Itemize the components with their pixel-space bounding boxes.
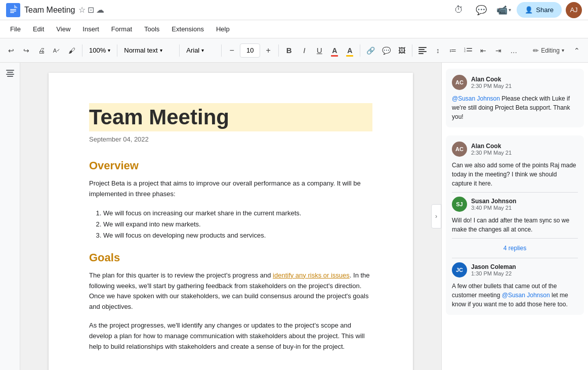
- comment-body-2: Can we also add some of the points Raj m…: [452, 161, 578, 188]
- star-icon[interactable]: ☆: [78, 5, 86, 15]
- zoom-selector[interactable]: 100% ▾: [86, 42, 114, 59]
- redo-button[interactable]: ↪: [19, 42, 33, 59]
- share-button[interactable]: 👤 Share: [517, 2, 562, 18]
- comment-author-1: Alan Cook: [471, 76, 512, 83]
- outline-icon[interactable]: [4, 67, 17, 81]
- reply-mention-jason[interactable]: @Susan Johnson: [502, 292, 550, 299]
- text-color-button[interactable]: A: [327, 42, 342, 59]
- menu-help[interactable]: Help: [210, 23, 236, 35]
- svg-rect-2: [10, 11, 16, 12]
- menu-insert[interactable]: Insert: [76, 23, 105, 35]
- video-call-button[interactable]: 📹▾: [494, 1, 513, 19]
- goals-body-2: As the project progresses, we'll identif…: [89, 320, 372, 352]
- svg-rect-14: [6, 74, 14, 75]
- document-heading-title: Team Meeting: [89, 103, 372, 131]
- overview-heading: Overview: [89, 159, 372, 172]
- list-button[interactable]: ≔: [446, 42, 460, 59]
- paragraph-dropdown-icon: ▾: [160, 48, 162, 53]
- svg-rect-5: [418, 49, 425, 50]
- document-title[interactable]: Team Meeting: [24, 6, 75, 15]
- comment-divider-3: [452, 258, 578, 258]
- font-size-input[interactable]: 10: [240, 43, 260, 58]
- expand-button[interactable]: ⌃: [570, 42, 584, 59]
- zoom-dropdown-icon: ▾: [108, 48, 110, 53]
- increase-font-button[interactable]: +: [261, 42, 275, 59]
- highlight-button[interactable]: A: [343, 42, 357, 59]
- comment-button[interactable]: 💬: [379, 42, 394, 59]
- goals-text-pre: The plan for this quarter is to review t…: [89, 271, 273, 279]
- menu-edit[interactable]: Edit: [27, 23, 50, 35]
- spell-check-button[interactable]: A✓: [50, 42, 64, 59]
- underline-button[interactable]: U: [312, 42, 326, 59]
- replies-count[interactable]: 4 replies: [452, 243, 578, 254]
- history-button[interactable]: ⏱: [450, 1, 468, 19]
- reply-time-jason: 1:30 PM May 22: [471, 270, 516, 276]
- edit-mode-button[interactable]: ✏ Editing ▾: [528, 42, 569, 59]
- goals-heading: Goals: [89, 251, 372, 264]
- svg-rect-4: [418, 47, 427, 48]
- menu-extensions[interactable]: Extensions: [165, 23, 210, 35]
- menu-file[interactable]: File: [4, 23, 27, 35]
- header-actions: ⏱ 💬 📹▾ 👤 Share AJ: [450, 1, 582, 19]
- comments-button[interactable]: 💬: [472, 1, 490, 19]
- numbered-list-button[interactable]: 1. 2.: [461, 42, 475, 59]
- reply-body-susan: Will do! I can add after the team sync s…: [452, 216, 578, 234]
- main-layout: Team Meeting September 04, 2022 Overview…: [0, 63, 588, 370]
- goals-body-1: The plan for this quarter is to review t…: [89, 270, 372, 312]
- list-item: We will focus on increasing our market s…: [103, 208, 372, 219]
- svg-rect-1: [10, 9, 16, 10]
- menu-format[interactable]: Format: [105, 23, 138, 35]
- toolbar-divider-5: [278, 44, 279, 57]
- decrease-font-button[interactable]: −: [225, 42, 239, 59]
- overview-body: Project Beta is a project that aims to i…: [89, 178, 372, 200]
- image-button[interactable]: 🖼: [395, 42, 409, 59]
- move-icon[interactable]: ⊡: [88, 5, 94, 15]
- editing-dropdown-icon: ▾: [562, 48, 564, 53]
- svg-rect-0: [9, 5, 18, 16]
- reply-avatar-jason: JC: [452, 262, 467, 278]
- document-area: Team Meeting September 04, 2022 Overview…: [20, 63, 441, 370]
- svg-rect-9: [467, 48, 472, 49]
- indent-decrease-button[interactable]: ⇤: [476, 42, 490, 59]
- indent-increase-button[interactable]: ⇥: [491, 42, 506, 59]
- title-bar: Team Meeting ☆ ⊡ ☁ ⏱ 💬 📹▾ 👤 Share AJ: [0, 0, 588, 20]
- comment-divider-1: [452, 192, 578, 193]
- comment-card-1: AC Alan Cook 2:30 PM May 21 @Susan Johns…: [446, 69, 584, 127]
- comment-header-2: AC Alan Cook 2:30 PM May 21: [452, 142, 578, 157]
- menu-tools[interactable]: Tools: [138, 23, 165, 35]
- collapse-panel-button[interactable]: ›: [431, 204, 441, 228]
- bold-button[interactable]: B: [282, 42, 296, 59]
- svg-rect-6: [418, 51, 427, 52]
- italic-button[interactable]: I: [297, 42, 311, 59]
- reply-avatar-susan: SJ: [452, 197, 467, 212]
- share-icon: 👤: [525, 6, 533, 14]
- font-family-selector[interactable]: Arial ▾: [183, 42, 218, 59]
- comment-panel: AC Alan Cook 2:30 PM May 21 @Susan Johns…: [441, 63, 588, 370]
- cloud-icon[interactable]: ☁: [96, 5, 104, 15]
- comment-time-1: 2:30 PM May 21: [471, 83, 512, 89]
- align-button[interactable]: [415, 42, 430, 59]
- overview-list: We will focus on increasing our market s…: [103, 208, 372, 241]
- user-avatar[interactable]: AJ: [566, 2, 582, 18]
- toolbar-divider-1: [82, 44, 82, 57]
- undo-button[interactable]: ↩: [4, 42, 18, 59]
- goals-link[interactable]: identify any risks or issues: [273, 271, 350, 279]
- link-button[interactable]: 🔗: [363, 42, 378, 59]
- svg-rect-7: [418, 53, 424, 54]
- more-options-button[interactable]: …: [507, 42, 521, 59]
- comment-card-2: AC Alan Cook 2:30 PM May 21 Can we also …: [446, 135, 584, 315]
- comment-mention-1[interactable]: @Susan Johnson: [452, 95, 500, 102]
- reply-body-jason: A few other bullets that came out of the…: [452, 282, 578, 309]
- comment-avatar-2: AC: [452, 142, 467, 157]
- comment-avatar-1: AC: [452, 75, 467, 90]
- svg-rect-13: [7, 72, 13, 73]
- document-date: September 04, 2022: [89, 135, 372, 143]
- paint-format-button[interactable]: 🖌: [65, 42, 79, 59]
- toolbar-divider-7: [412, 44, 412, 57]
- print-button[interactable]: 🖨: [34, 42, 49, 59]
- toolbar-divider-2: [117, 44, 117, 57]
- toolbar-divider-3: [179, 44, 180, 57]
- menu-view[interactable]: View: [50, 23, 76, 35]
- line-spacing-button[interactable]: ↕: [431, 42, 445, 59]
- paragraph-style-selector[interactable]: Normal text ▾: [120, 42, 176, 59]
